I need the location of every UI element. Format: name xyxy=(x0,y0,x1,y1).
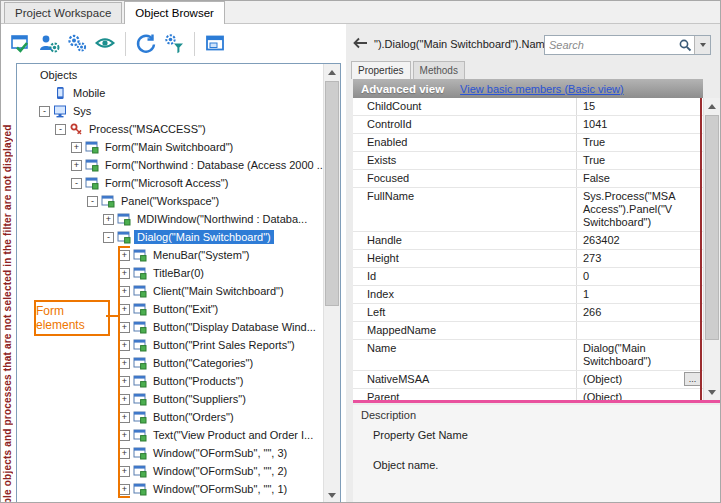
tab-object-browser[interactable]: Object Browser xyxy=(124,1,225,24)
tree-item[interactable]: +Window("OFormSub", "", 2) xyxy=(17,462,323,480)
tree-item[interactable]: -Form("Microsoft Access") xyxy=(17,174,323,192)
tree-item[interactable]: +Client("Main Switchboard") xyxy=(17,282,323,300)
tree-item[interactable]: +Button("Categories") xyxy=(17,354,323,372)
tree-item[interactable]: +Form("Northwind : Database (Access 2000… xyxy=(17,156,323,174)
tree-item[interactable]: -Panel("Workspace") xyxy=(17,192,323,210)
expand-toggle-icon[interactable]: + xyxy=(119,358,130,369)
property-row[interactable]: FullNameSys.Process("MSA Access").Panel(… xyxy=(353,188,703,232)
scroll-thumb[interactable] xyxy=(705,115,719,340)
property-row[interactable]: Index1 xyxy=(353,286,703,304)
property-row[interactable]: NativeMSAA(Object)... xyxy=(353,371,703,389)
client-icon xyxy=(133,284,147,298)
property-grid: ChildCount15ControlId1041EnabledTrueExis… xyxy=(353,98,703,400)
collapse-toggle-icon[interactable]: - xyxy=(39,106,50,117)
window-frame-button[interactable] xyxy=(201,30,229,58)
tab-properties[interactable]: Properties xyxy=(351,61,411,79)
tree-item[interactable]: -Sys xyxy=(17,102,323,120)
annotation-bracket-bottom-tick xyxy=(118,496,130,498)
expand-toggle-icon[interactable]: + xyxy=(119,466,130,477)
expand-toggle-icon[interactable]: + xyxy=(119,448,130,459)
property-row[interactable]: Parent(Object) xyxy=(353,389,703,400)
eye-button[interactable] xyxy=(91,30,119,58)
annotation-callout-label: Form elements xyxy=(36,304,108,332)
annotation-pink-line xyxy=(353,400,720,403)
search-icon[interactable] xyxy=(678,38,694,52)
tree-item[interactable]: +Button("Orders") xyxy=(17,408,323,426)
expand-toggle-icon[interactable]: + xyxy=(119,322,130,333)
search-dropdown-button[interactable] xyxy=(694,36,710,54)
tree-item[interactable]: +MenuBar("System") xyxy=(17,246,323,264)
collapse-toggle-icon[interactable]: - xyxy=(55,124,66,135)
search-input[interactable] xyxy=(545,37,678,53)
property-row[interactable]: Id0 xyxy=(353,268,703,286)
tree-item[interactable]: +TitleBar(0) xyxy=(17,264,323,282)
property-value: 263402 xyxy=(576,232,703,249)
tree-item-label: Button("Exit") xyxy=(150,302,221,316)
collapse-toggle-icon[interactable]: - xyxy=(87,196,98,207)
window-icon xyxy=(133,482,147,496)
basic-view-link[interactable]: View basic members (Basic view) xyxy=(460,83,624,95)
object-expand-button[interactable]: ... xyxy=(684,372,701,386)
expand-toggle-icon[interactable]: + xyxy=(119,376,130,387)
expand-toggle-icon[interactable]: + xyxy=(119,394,130,405)
property-row[interactable]: ChildCount15 xyxy=(353,98,703,116)
tree-item[interactable]: Mobile xyxy=(17,84,323,102)
property-value: Dialog("Main Switchboard") xyxy=(576,340,703,370)
tree-item[interactable]: +Window("OFormSub", "", 3) xyxy=(17,444,323,462)
expand-toggle-icon[interactable]: + xyxy=(119,340,130,351)
tree-item-label: Process("MSACCESS") xyxy=(86,122,209,136)
back-arrow-button[interactable] xyxy=(352,37,368,51)
expand-toggle-icon[interactable]: + xyxy=(119,250,130,261)
tree-item[interactable]: +Button("Suppliers") xyxy=(17,390,323,408)
tree-item[interactable]: Objects xyxy=(17,66,323,84)
mdiwindow-icon xyxy=(117,212,131,226)
refresh-button[interactable] xyxy=(132,30,160,58)
tree-item[interactable]: -Process("MSACCESS") xyxy=(17,120,323,138)
tree-item[interactable]: +Text("View Product and Order I... xyxy=(17,426,323,444)
property-row[interactable]: NameDialog("Main Switchboard") xyxy=(353,340,703,371)
tree-item[interactable]: +Window("OFormSub", "", 1) xyxy=(17,480,323,498)
tree-item[interactable]: +Button("Products") xyxy=(17,372,323,390)
scroll-down-button[interactable] xyxy=(704,384,720,400)
expand-toggle-icon[interactable]: + xyxy=(71,142,82,153)
tree-item-label: MenuBar("System") xyxy=(150,248,252,262)
property-row[interactable]: ExistsTrue xyxy=(353,152,703,170)
user-settings-button[interactable] xyxy=(35,30,63,58)
expand-toggle-icon[interactable]: + xyxy=(119,412,130,423)
expand-toggle-icon[interactable]: + xyxy=(119,268,130,279)
tree-item[interactable]: +Form("Main Switchboard") xyxy=(17,138,323,156)
property-row[interactable]: ControlId1041 xyxy=(353,116,703,134)
gear-filter-button[interactable] xyxy=(160,30,188,58)
collapse-toggle-icon[interactable]: - xyxy=(103,232,114,243)
tab-project-workspace[interactable]: Project Workspace xyxy=(4,2,122,23)
property-row[interactable]: Height273 xyxy=(353,250,703,268)
property-row[interactable]: Handle263402 xyxy=(353,232,703,250)
search-box[interactable] xyxy=(544,35,711,55)
expand-toggle-icon[interactable]: + xyxy=(103,214,114,225)
tab-methods[interactable]: Methods xyxy=(413,61,465,79)
property-row[interactable]: FocusedFalse xyxy=(353,170,703,188)
collapse-toggle-icon[interactable]: - xyxy=(71,178,82,189)
scroll-up-button[interactable] xyxy=(324,64,340,80)
property-value: False xyxy=(576,170,703,187)
scroll-thumb[interactable] xyxy=(325,81,339,306)
expand-toggle-icon[interactable]: + xyxy=(119,484,130,495)
scroll-down-button[interactable] xyxy=(324,487,340,503)
property-row[interactable]: Left266 xyxy=(353,304,703,322)
property-value: 0 xyxy=(576,268,703,285)
scroll-up-button[interactable] xyxy=(704,98,720,114)
expand-toggle-icon[interactable]: + xyxy=(119,430,130,441)
expand-toggle-icon[interactable]: + xyxy=(71,160,82,171)
property-row[interactable]: MappedName xyxy=(353,322,703,340)
tree-item[interactable]: -Dialog("Main Switchboard") xyxy=(17,228,323,246)
property-row[interactable]: EnabledTrue xyxy=(353,134,703,152)
grid-scrollbar[interactable] xyxy=(703,98,720,400)
expand-toggle-icon[interactable]: + xyxy=(119,286,130,297)
gears-button[interactable] xyxy=(63,30,91,58)
check-window-button[interactable] xyxy=(7,30,35,58)
tree-item[interactable]: +Button("Print Sales Reports") xyxy=(17,336,323,354)
tree-item[interactable]: +MDIWindow("Northwind : Databa... xyxy=(17,210,323,228)
tree-scrollbar[interactable] xyxy=(323,64,340,503)
text-icon xyxy=(133,428,147,442)
expand-toggle-icon[interactable]: + xyxy=(119,304,130,315)
